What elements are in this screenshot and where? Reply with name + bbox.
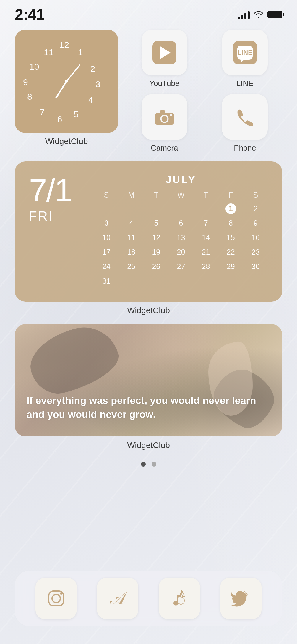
cal-cell-18: 18 bbox=[119, 246, 144, 258]
cal-row-3: 10 11 12 13 14 15 16 bbox=[94, 231, 268, 244]
app-label-line: LINE bbox=[236, 79, 254, 88]
clock-widget[interactable]: 12 1 2 3 4 5 6 7 8 9 10 11 bbox=[15, 30, 118, 133]
cal-header-s1: S bbox=[94, 191, 119, 199]
youtube-play-icon bbox=[160, 46, 171, 59]
app-icon-line[interactable]: LINE bbox=[222, 30, 268, 75]
cal-cell-6: 6 bbox=[168, 217, 193, 229]
app-icon-youtube[interactable] bbox=[142, 30, 187, 75]
clock-widget-label: WidgetClub bbox=[15, 137, 118, 146]
cal-cell-24: 24 bbox=[94, 260, 119, 273]
app-dock: 𝒜 bbox=[15, 571, 282, 626]
calendar-widget-label: WidgetClub bbox=[15, 306, 282, 315]
app-item-line[interactable]: LINE LINE bbox=[208, 30, 283, 88]
quote-widget[interactable]: If everything was perfect, you would nev… bbox=[15, 324, 282, 436]
cal-cell-4: 4 bbox=[119, 217, 144, 229]
cal-cell-21: 21 bbox=[194, 246, 218, 258]
cal-cell-1-today: 1 bbox=[225, 203, 236, 214]
calendar-grid-section: JULY S M T W T F S bbox=[94, 174, 268, 289]
content-area: 12 1 2 3 4 5 6 7 8 9 10 11 bbox=[0, 24, 297, 467]
cal-cell-26: 26 bbox=[144, 260, 168, 273]
calendar-month: JULY bbox=[94, 174, 268, 185]
youtube-icon-bg bbox=[152, 41, 176, 64]
cal-cell-22: 22 bbox=[218, 246, 243, 258]
twitter-icon bbox=[231, 588, 251, 609]
home-screen: 2:41 bbox=[0, 0, 297, 644]
cal-cell-30: 30 bbox=[243, 260, 268, 273]
cal-header-w: W bbox=[168, 191, 193, 199]
phone-icon bbox=[235, 107, 254, 127]
svg-line-1 bbox=[56, 81, 66, 98]
cal-header-t1: T bbox=[144, 191, 168, 199]
cal-cell-5: 5 bbox=[144, 217, 168, 229]
cal-cell-23: 23 bbox=[243, 246, 268, 258]
cal-cell-empty bbox=[168, 202, 193, 215]
svg-rect-6 bbox=[160, 110, 165, 113]
clock-hands-svg bbox=[15, 30, 118, 133]
wifi-icon bbox=[254, 10, 263, 19]
quote-text: If everything was perfect, you would nev… bbox=[27, 394, 270, 422]
calendar-grid: S M T W T F S bbox=[94, 191, 268, 287]
status-icons bbox=[238, 10, 282, 19]
cal-header-t2: T bbox=[194, 191, 218, 199]
cal-cell-28: 28 bbox=[194, 260, 218, 273]
cal-cell-9: 9 bbox=[243, 217, 268, 229]
dock-icon-appstore[interactable]: 𝒜 bbox=[97, 578, 138, 619]
cal-cell-empty bbox=[119, 275, 144, 287]
svg-point-10 bbox=[60, 592, 62, 595]
calendar-header-row: S M T W T F S bbox=[94, 191, 268, 199]
cal-row-2: 3 4 5 6 7 8 9 bbox=[94, 217, 268, 229]
calendar-widget-wrap: 7/1 FRI JULY S M T W T F S bbox=[15, 161, 282, 315]
row-widgets-apps: 12 1 2 3 4 5 6 7 8 9 10 11 bbox=[15, 30, 282, 153]
clock-widget-wrap: 12 1 2 3 4 5 6 7 8 9 10 11 bbox=[15, 30, 118, 146]
dock-item-twitter[interactable] bbox=[220, 578, 262, 619]
line-icon-bg: LINE bbox=[233, 41, 257, 64]
app-label-youtube: YouTube bbox=[149, 79, 179, 88]
cal-cell-17: 17 bbox=[94, 246, 119, 258]
apps-row-2: Camera Phone bbox=[127, 94, 282, 153]
cal-cell-7: 7 bbox=[194, 217, 218, 229]
calendar-big-date: 7/1 bbox=[29, 174, 72, 206]
clock-face: 12 1 2 3 4 5 6 7 8 9 10 11 bbox=[15, 30, 118, 133]
cal-cell-empty bbox=[194, 275, 218, 287]
app-icon-camera[interactable] bbox=[142, 94, 187, 140]
quote-widget-wrap: If everything was perfect, you would nev… bbox=[15, 324, 282, 450]
cal-cell-3: 3 bbox=[94, 217, 119, 229]
dock-icon-instagram[interactable] bbox=[35, 578, 77, 619]
app-item-camera[interactable]: Camera bbox=[127, 94, 202, 153]
cal-cell-13: 13 bbox=[168, 231, 193, 244]
apps-column: YouTube LINE LINE bbox=[127, 30, 282, 153]
cal-row-1: 1 2 bbox=[94, 202, 268, 215]
dock-icon-twitter[interactable] bbox=[220, 578, 262, 619]
cal-cell-10: 10 bbox=[94, 231, 119, 244]
page-dot-1 bbox=[141, 462, 146, 467]
cal-cell-20: 20 bbox=[168, 246, 193, 258]
signal-icon bbox=[238, 10, 250, 19]
status-time: 2:41 bbox=[15, 6, 44, 23]
cal-cell-29: 29 bbox=[218, 260, 243, 273]
cal-row-5: 24 25 26 27 28 29 30 bbox=[94, 260, 268, 273]
calendar-widget[interactable]: 7/1 FRI JULY S M T W T F S bbox=[15, 161, 282, 302]
instagram-icon bbox=[46, 588, 66, 609]
cal-cell-empty bbox=[218, 275, 243, 287]
status-bar: 2:41 bbox=[0, 0, 297, 24]
dock-icon-tiktok[interactable] bbox=[159, 578, 200, 619]
dock-item-appstore[interactable]: 𝒜 bbox=[97, 578, 138, 619]
page-indicator bbox=[15, 462, 282, 467]
svg-line-0 bbox=[66, 65, 80, 81]
svg-point-7 bbox=[170, 114, 172, 116]
cal-cell-empty bbox=[194, 202, 218, 215]
cal-cell-31: 31 bbox=[94, 275, 119, 287]
svg-point-2 bbox=[65, 80, 68, 83]
dock-item-tiktok[interactable] bbox=[159, 578, 200, 619]
svg-point-9 bbox=[52, 594, 60, 603]
app-label-phone: Phone bbox=[234, 143, 256, 153]
cal-row-4: 17 18 19 20 21 22 23 bbox=[94, 246, 268, 258]
dock-item-instagram[interactable] bbox=[35, 578, 77, 619]
calendar-day: FRI bbox=[29, 209, 53, 224]
app-label-camera: Camera bbox=[151, 143, 178, 153]
cal-cell-empty bbox=[119, 202, 144, 215]
app-item-phone[interactable]: Phone bbox=[208, 94, 283, 153]
app-icon-phone[interactable] bbox=[222, 94, 268, 140]
cal-cell-14: 14 bbox=[194, 231, 218, 244]
app-item-youtube[interactable]: YouTube bbox=[127, 30, 202, 88]
